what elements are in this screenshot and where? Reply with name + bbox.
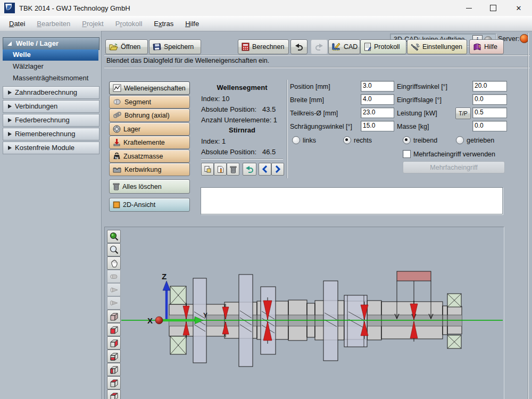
radio-links-label: links [303, 137, 316, 144]
sidebar-section-federberechnung[interactable]: Federberechnung [3, 114, 99, 127]
collapsed-triangle-icon [8, 104, 12, 109]
sidebar-item-welle[interactable]: Welle [3, 49, 98, 61]
view-top-button[interactable] [107, 389, 121, 399]
sidebar-section-kostenfreie-module[interactable]: Kostenfreie Module [3, 142, 99, 154]
radio-treibend[interactable] [403, 136, 411, 144]
view-2d-button[interactable]: 2D-Ansicht [109, 198, 190, 212]
sidebar-header-welle-lager[interactable]: Welle / Lager [3, 37, 99, 50]
divider [201, 159, 283, 159]
view-right-button[interactable] [107, 336, 121, 350]
cad-button[interactable]: CAD [328, 39, 360, 54]
copy-element-button[interactable] [201, 163, 214, 176]
app-icon [4, 3, 15, 13]
shading-cylinder-button[interactable] [107, 270, 121, 283]
save-button[interactable]: Speichern [149, 39, 201, 54]
segment-abs-position: Absolute Position: 43.5 [201, 105, 276, 113]
radio-rechts-label: rechts [354, 137, 372, 144]
cube-front-icon [109, 325, 119, 335]
axis-z-label: Z [162, 272, 167, 281]
redo-icon [315, 43, 323, 51]
view-rear-button[interactable] [107, 376, 121, 389]
position-input[interactable]: 3.0 [361, 81, 394, 92]
menu-datei[interactable]: Datei [3, 16, 31, 31]
maximize-button[interactable] [481, 0, 505, 16]
segment-info-title: Wellensegment [200, 84, 285, 92]
bearing-button[interactable]: Lager [109, 122, 190, 136]
application-window: TBK 2014 - GWJ Technology GmbH ✕ Datei B… [0, 0, 532, 399]
weight-icon: kg [113, 152, 121, 160]
multi-mesh-checkbox[interactable] [403, 150, 411, 158]
menu-projekt[interactable]: Projekt [76, 16, 109, 31]
sidebar-section-verbindungen[interactable]: Verbindungen [3, 100, 99, 113]
sidebar-item-waelzlager[interactable]: Wälzlager [13, 62, 44, 70]
pitch-diameter-input[interactable]: 23.0 [361, 107, 394, 118]
segment-button[interactable]: Segment [109, 95, 190, 109]
svg-text:?: ? [478, 44, 481, 49]
redo-button[interactable] [311, 39, 328, 54]
next-element-button[interactable] [271, 163, 284, 176]
pan-button[interactable] [107, 256, 121, 270]
cube-top-icon [109, 392, 119, 399]
power-input[interactable]: 0.5 [472, 107, 507, 118]
menu-protokoll[interactable]: Protokoll [110, 16, 148, 31]
torque-power-toggle-button[interactable]: T/P [455, 107, 471, 119]
axis-x-label: X [147, 316, 153, 325]
view-front-button[interactable] [107, 323, 121, 336]
edit-element-button[interactable] [214, 163, 227, 176]
open-button[interactable]: Öffnen [105, 39, 148, 54]
shaft-properties-button[interactable]: Welleneigenschaften [109, 81, 190, 95]
mass-input[interactable]: 0.0 [472, 121, 507, 131]
shaft-drawing[interactable]: Z X Y [121, 227, 503, 398]
delete-all-button[interactable]: Alles löschen [109, 179, 190, 194]
help-button[interactable]: ? Hilfe [469, 39, 504, 54]
settings-button[interactable]: Einstellungen [407, 39, 467, 54]
undo-icon [295, 43, 303, 51]
pressure-angle-input[interactable]: 20.0 [472, 81, 507, 92]
radio-links[interactable] [292, 136, 300, 144]
notch-icon [113, 166, 122, 173]
protocol-button[interactable]: Protokoll [360, 39, 406, 54]
undo-button[interactable] [290, 39, 307, 54]
zoom-button[interactable] [107, 243, 121, 256]
sidebar-section-riemenberechnung[interactable]: Riemenberechnung [3, 128, 99, 140]
trash-icon [113, 182, 120, 190]
menu-bearbeiten[interactable]: Bearbeiten [31, 16, 76, 31]
radio-getrieben[interactable] [456, 136, 464, 144]
sidebar-item-massentraegheitsmoment[interactable]: Massenträgheitsmoment [13, 74, 88, 82]
view-bottom-button[interactable] [107, 350, 121, 363]
minimize-button[interactable] [456, 0, 481, 16]
segment-index: Index: 10 [201, 95, 230, 103]
close-button[interactable]: ✕ [505, 0, 532, 16]
width-input[interactable]: 4.0 [361, 94, 394, 105]
menu-hilfe[interactable]: Hilfe [179, 16, 205, 31]
mesh-position-input[interactable]: 0.0 [472, 94, 507, 105]
radio-getrieben-label: getrieben [467, 137, 494, 144]
multi-mesh-button: Mehrfacheingriff [403, 161, 505, 173]
radio-rechts[interactable] [343, 136, 351, 144]
menu-extras[interactable]: Extras [148, 16, 179, 31]
shading-cone-button[interactable] [107, 283, 121, 296]
menubar: Datei Bearbeiten Projekt Protokoll Extra… [0, 16, 532, 31]
zoom-fit-button[interactable] [107, 230, 121, 243]
help-book-icon: ? [473, 43, 481, 51]
cylinder-icon [110, 273, 119, 280]
chevron-right-icon [274, 165, 281, 173]
view-left-button[interactable] [107, 363, 121, 376]
sidebar-section-zahnradberechnung[interactable]: Zahnradberechnung [3, 86, 99, 99]
pressure-angle-label: Eingriffswinkel [°] [397, 83, 447, 90]
magnifier-icon [110, 245, 119, 254]
calculate-button[interactable]: Berechnen [238, 39, 289, 54]
shading-cone-alt-button[interactable] [107, 296, 121, 310]
axial-bore-button[interactable]: Bohrung (axial) [109, 109, 190, 122]
force-elements-button[interactable]: Kraftelemente [109, 136, 190, 149]
helix-angle-input[interactable]: 15.0 [361, 121, 394, 131]
revert-element-button[interactable] [243, 163, 256, 176]
view-iso-button[interactable] [107, 310, 121, 323]
previous-element-button[interactable] [259, 163, 271, 176]
titlebar[interactable]: TBK 2014 - GWJ Technology GmbH ✕ [0, 0, 532, 16]
notch-effect-button[interactable]: Kerbwirkung [109, 163, 190, 176]
maximize-icon [490, 5, 496, 11]
additional-mass-button[interactable]: kg Zusatzmasse [109, 149, 190, 163]
delete-element-button[interactable] [227, 163, 239, 176]
hand-icon [110, 259, 118, 268]
